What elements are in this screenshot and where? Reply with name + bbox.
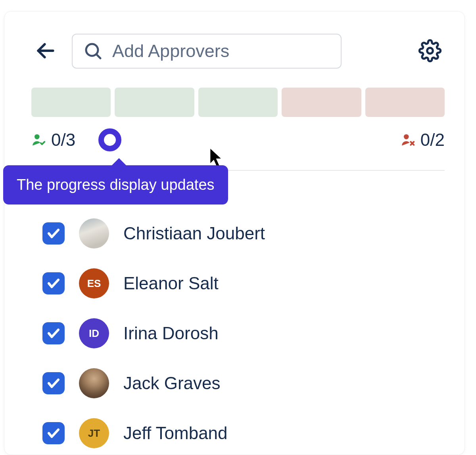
tooltip: The progress display updates bbox=[3, 165, 228, 205]
checkbox[interactable] bbox=[42, 222, 65, 245]
approve-count-text: 0/3 bbox=[51, 130, 75, 150]
approve-count: 0/3 bbox=[31, 130, 75, 150]
progress-segment-reject bbox=[282, 88, 361, 117]
avatar: ES bbox=[79, 268, 109, 298]
progress-segment-approve bbox=[115, 88, 194, 117]
progress-counts: 0/3 0/2 bbox=[31, 124, 445, 156]
svg-point-3 bbox=[427, 48, 433, 54]
checkbox[interactable] bbox=[42, 322, 65, 344]
check-icon bbox=[46, 326, 61, 340]
person-x-icon bbox=[401, 132, 416, 147]
progress-segment-approve bbox=[198, 88, 278, 117]
avatar: ID bbox=[79, 318, 109, 348]
approvers-panel: 0/3 0/2 Christiaan Joubert ES Eleanor Sa… bbox=[4, 11, 465, 455]
search-icon bbox=[84, 42, 103, 61]
progress-indicator[interactable] bbox=[98, 128, 121, 151]
reject-count: 0/2 bbox=[401, 130, 445, 150]
progress-segment-approve bbox=[31, 88, 111, 117]
person-name: Jeff Tomband bbox=[123, 423, 228, 443]
person-name: Irina Dorosh bbox=[123, 323, 219, 343]
avatar bbox=[79, 368, 109, 398]
list-item[interactable]: Christiaan Joubert bbox=[42, 218, 445, 249]
person-check-icon bbox=[31, 132, 46, 147]
svg-line-2 bbox=[96, 54, 100, 58]
approvers-list: Christiaan Joubert ES Eleanor Salt ID Ir… bbox=[31, 218, 445, 448]
check-icon bbox=[46, 376, 61, 390]
search-field[interactable] bbox=[72, 34, 342, 69]
back-button[interactable] bbox=[31, 36, 60, 66]
person-name: Christiaan Joubert bbox=[123, 224, 265, 243]
search-input[interactable] bbox=[112, 41, 330, 61]
list-item[interactable]: Jack Graves bbox=[42, 368, 445, 398]
list-item[interactable]: ES Eleanor Salt bbox=[42, 268, 445, 298]
avatar bbox=[79, 218, 109, 249]
list-item[interactable]: ID Irina Dorosh bbox=[42, 318, 445, 348]
progress-segment-reject bbox=[365, 88, 445, 117]
checkbox[interactable] bbox=[42, 272, 65, 294]
progress-segments bbox=[31, 88, 445, 117]
checkbox[interactable] bbox=[42, 372, 65, 394]
person-name: Jack Graves bbox=[123, 373, 221, 393]
reject-count-text: 0/2 bbox=[420, 130, 445, 150]
check-icon bbox=[46, 226, 61, 241]
tooltip-text: The progress display updates bbox=[17, 176, 215, 193]
panel-header bbox=[31, 34, 445, 69]
avatar: JT bbox=[79, 418, 109, 448]
person-name: Eleanor Salt bbox=[123, 273, 219, 293]
svg-point-5 bbox=[404, 134, 409, 140]
check-icon bbox=[46, 276, 61, 291]
arrow-left-icon bbox=[35, 40, 57, 62]
check-icon bbox=[46, 426, 61, 440]
list-item[interactable]: JT Jeff Tomband bbox=[42, 418, 445, 448]
gear-icon bbox=[418, 39, 441, 62]
settings-button[interactable] bbox=[415, 36, 445, 67]
svg-point-4 bbox=[35, 134, 40, 140]
checkbox[interactable] bbox=[42, 422, 65, 444]
